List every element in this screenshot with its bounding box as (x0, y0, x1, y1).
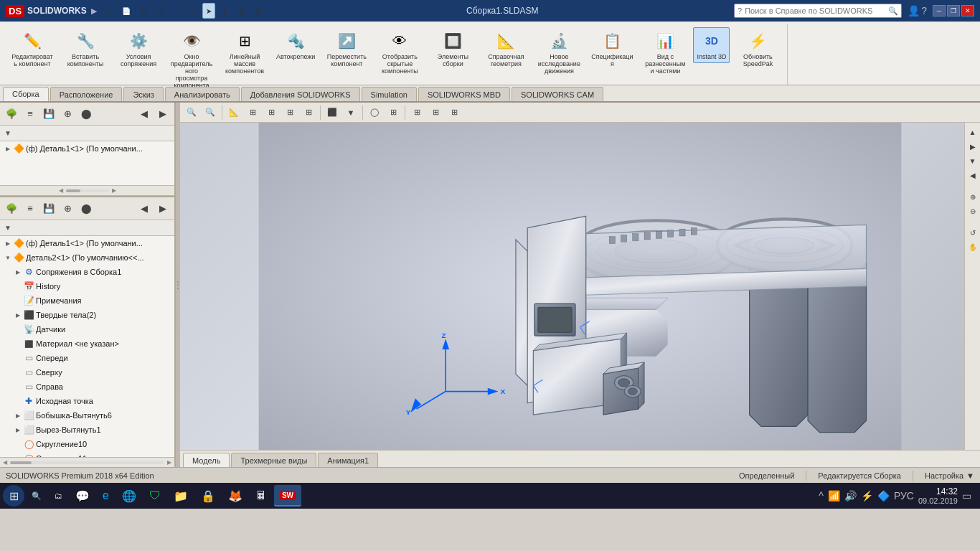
start-button[interactable]: ⊞ (3, 485, 24, 507)
tab-sketch[interactable]: Эскиз (123, 87, 163, 101)
tree-item-couplings[interactable]: ▶ ⚙ Сопряжения в Сборка1 (0, 265, 174, 279)
taskbar-calculator[interactable]: 🖩 (250, 485, 273, 507)
tree-item-fillet10[interactable]: ◯ Скругление10 (0, 437, 174, 451)
expand-boss6[interactable]: ▶ (13, 410, 23, 420)
view-tab-anim[interactable]: Анимация1 (318, 453, 378, 467)
tree-item-cut1[interactable]: ▶ ⬜ Вырез-Вытянуть1 (0, 423, 174, 437)
tab-layout[interactable]: Расположение (50, 87, 123, 101)
taskbar-cortana[interactable]: 💬 (70, 485, 95, 507)
taskbar-edge[interactable]: e (97, 485, 115, 507)
rs-view5[interactable]: ⊕ (966, 190, 979, 203)
help-search[interactable]: ? 🔍 (734, 4, 902, 18)
view-zoom-fit[interactable]: 🔍 (183, 104, 200, 121)
tree-item-part1-top[interactable]: ▶ 🔶 (ф) Деталь1<1> (По умолчани... (0, 141, 174, 156)
taskbar-firefox[interactable]: 🦊 (222, 485, 248, 507)
help-search-input[interactable] (745, 6, 888, 15)
view-disp-more[interactable]: ▼ (342, 104, 359, 121)
expand-part1[interactable]: ▶ (3, 238, 13, 248)
quick-settings[interactable]: ⚙ (137, 3, 151, 19)
ribbon-conditions[interactable]: ⚙️ Условия сопряжения (113, 27, 164, 70)
quick-new[interactable]: 📄 (118, 3, 134, 19)
panel-config-icon2[interactable]: ⊕ (59, 200, 76, 217)
ribbon-speedpak[interactable]: ⚡ Обновить SpeedPak (732, 27, 783, 70)
panel-collapse-main[interactable]: ◀ (136, 200, 153, 217)
rs-rotate[interactable]: ↺ (966, 226, 979, 239)
quick-home[interactable]: ⌂ (103, 3, 116, 19)
user-icon[interactable]: 👤 (908, 5, 920, 17)
scroll-right-bottom[interactable]: ▶ (167, 459, 171, 466)
taskbar-search[interactable]: 🔍 (26, 485, 47, 507)
taskbar-explorer[interactable]: 📁 (168, 485, 194, 507)
ribbon-insert-components[interactable]: 🔧 Вставить компоненты (60, 27, 110, 70)
taskbar-chrome[interactable]: 🌐 (116, 485, 142, 507)
taskbar-shield[interactable]: 🛡 (143, 485, 166, 507)
ribbon-autocouplings[interactable]: 🔩 Автокрепежи (273, 27, 319, 63)
tree-top[interactable]: ▶ 🔶 (ф) Деталь1<1> (По умолчани... (0, 141, 174, 185)
ribbon-move[interactable]: ↗️ Переместить компонент (321, 27, 372, 70)
expand-cut1[interactable]: ▶ (13, 425, 23, 435)
panel-dim-icon2[interactable]: ⬤ (77, 200, 95, 217)
taskbar-taskview[interactable]: 🗂 (49, 485, 68, 507)
ribbon-array[interactable]: ⊞ Линейный массив компонентов (220, 27, 270, 77)
view-hide-lines[interactable]: ◯ (366, 104, 383, 121)
close-btn[interactable]: ✕ (961, 5, 974, 17)
rs-view6[interactable]: ⊖ (966, 204, 979, 217)
view-tab-model[interactable]: Модель (183, 453, 230, 467)
tree-item-history[interactable]: 📅 History (0, 279, 174, 293)
scroll-left[interactable]: ◀ (59, 187, 63, 194)
tree-item-solids[interactable]: ▶ ⬛ Твердые тела(2) (0, 308, 174, 322)
tree-item-notes[interactable]: 📝 Примечания (0, 293, 174, 308)
view-section[interactable]: ⊞ (263, 104, 280, 121)
main-tree[interactable]: ▶ 🔶 (ф) Деталь1<1> (По умолчани... ▼ 🔶 Д… (0, 236, 174, 457)
expand-part2[interactable]: ▼ (3, 253, 13, 263)
ribbon-motion[interactable]: 🔬 Новое исследование движения (534, 27, 584, 77)
rs-view1[interactable]: ▲ (966, 126, 979, 138)
panel-tree-icon[interactable]: 🌳 (3, 105, 20, 123)
view-sketch[interactable]: 📐 (225, 104, 242, 121)
tree-item-fillet11[interactable]: ◯ Скругление11 (0, 451, 174, 457)
view-zoom-sel[interactable]: 🔍 (202, 104, 219, 121)
panel-dim-icon[interactable]: ⬤ (77, 105, 95, 123)
status-config-arrow[interactable]: ▼ (966, 471, 974, 480)
ribbon-elements[interactable]: 🔲 Элементы сборки (428, 27, 478, 70)
view-3d[interactable]: ⊞ (244, 104, 261, 121)
view-lights[interactable]: ⊞ (300, 104, 317, 121)
viewport-3d[interactable]: Z X Y ▲ (180, 123, 980, 450)
view-snap[interactable]: ⊞ (446, 104, 463, 121)
tree-item-boss6[interactable]: ▶ ⬜ Бобышка-Вытянуть6 (0, 408, 174, 423)
rs-pan[interactable]: ✋ (966, 240, 979, 253)
tab-mbd[interactable]: SOLIDWORKS MBD (418, 87, 510, 101)
panel-tree-icon2[interactable]: 🌳 (3, 200, 20, 217)
tree-item-part1[interactable]: ▶ 🔶 (ф) Деталь1<1> (По умолчани... (0, 236, 174, 250)
tree-item-origin[interactable]: ✚ Исходная точка (0, 394, 174, 408)
quick-select[interactable]: ➤ (202, 3, 215, 19)
tray-arrow[interactable]: ^ (819, 490, 824, 501)
panel-expand-main[interactable]: ▶ (154, 200, 171, 217)
tree-item-sensors[interactable]: 📡 Датчики (0, 322, 174, 336)
tab-simulation[interactable]: Simulation (362, 87, 417, 101)
ribbon-show-hidden[interactable]: 👁 Отобразить скрытые компоненты (374, 27, 425, 77)
quick-gear[interactable]: ⚙ (252, 3, 265, 19)
tray-show-desktop[interactable]: ▭ (962, 490, 971, 501)
ribbon-bom[interactable]: 📋 Спецификация (587, 27, 637, 70)
tab-addins[interactable]: Добавления SOLIDWORKS (241, 87, 360, 101)
quick-undo[interactable]: ↩ (171, 3, 184, 19)
ribbon-preview[interactable]: 👁️ Окно предварительного просмотра компо… (166, 27, 217, 91)
quick-redo[interactable]: ↪ (187, 3, 199, 19)
panel-props-icon[interactable]: 💾 (40, 105, 57, 123)
tray-lang[interactable]: РУС (894, 490, 914, 501)
tree-item-material[interactable]: ⬛ Материал <не указан> (0, 336, 174, 351)
expand-part1-top[interactable]: ▶ (3, 143, 13, 154)
restore-btn[interactable]: ❐ (947, 5, 960, 17)
status-config[interactable]: Настройка ▼ (925, 471, 974, 480)
rs-view2[interactable]: ▶ (966, 140, 979, 153)
expand-solids[interactable]: ▶ (13, 310, 23, 320)
tab-assembly[interactable]: Сборка (3, 87, 49, 101)
view-disp-style[interactable]: ⬛ (324, 104, 341, 121)
quick-more[interactable]: ▼ (218, 3, 232, 19)
ribbon-ref-geom[interactable]: 📐 Справочная геометрия (481, 27, 531, 70)
panel-collapse-top[interactable]: ◀ (136, 105, 153, 123)
panel-props-icon2[interactable]: 💾 (40, 200, 57, 217)
clock[interactable]: 14:32 09.02.2019 (918, 486, 958, 505)
panel-list-icon2[interactable]: ≡ (22, 200, 39, 217)
